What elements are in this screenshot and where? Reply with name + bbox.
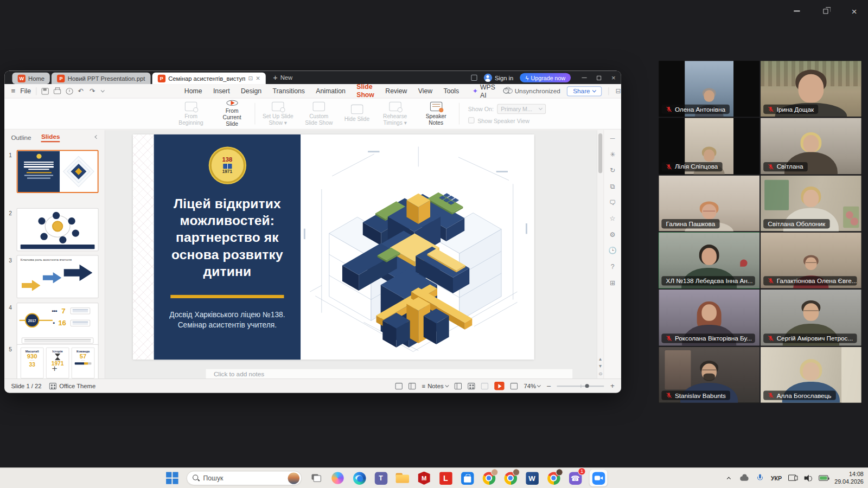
scroll-down-icon[interactable]: ▼ xyxy=(597,363,603,368)
canvas-scrollbar[interactable]: ▲ ▼ ⊙ xyxy=(597,130,603,378)
minimize-icon[interactable] xyxy=(790,5,802,16)
video-tile-11[interactable]: Stanislav Babunts xyxy=(659,346,760,402)
close-icon[interactable]: × xyxy=(611,74,616,81)
video-tile-9[interactable]: Роксолана Вікторівна Бу... xyxy=(659,290,760,345)
menu-tools[interactable]: Tools xyxy=(438,85,464,97)
menu-design[interactable]: Design xyxy=(235,85,267,97)
help-icon[interactable]: ? xyxy=(611,263,615,271)
taskbar-search[interactable]: Пошук xyxy=(187,471,302,485)
zoom-slider[interactable] xyxy=(557,386,604,387)
hamburger-icon[interactable]: ≡ xyxy=(11,87,15,95)
menu-review[interactable]: Review xyxy=(380,85,413,97)
menu-home[interactable]: Home xyxy=(179,85,208,97)
notes-placeholder[interactable]: Click to add notes xyxy=(206,369,573,378)
normal-view-icon[interactable] xyxy=(455,383,462,389)
zoom-out-button[interactable]: − xyxy=(546,382,551,390)
save-icon[interactable] xyxy=(41,88,48,94)
word-button[interactable]: W xyxy=(525,471,539,485)
video-tile-5[interactable]: Галина Пашкова xyxy=(659,175,760,231)
microsoft-store-button[interactable] xyxy=(460,471,475,485)
battery-icon[interactable] xyxy=(819,473,828,483)
show-on-dropdown[interactable]: Primary M... xyxy=(497,104,546,113)
copilot-button[interactable] xyxy=(330,471,345,485)
video-tile-8[interactable]: Галактіонова Олена Євге... xyxy=(761,233,861,288)
mcafee-button[interactable]: M xyxy=(417,471,431,485)
chrome-profile-1-button[interactable] xyxy=(482,471,496,485)
video-tile-12[interactable]: Алла Богославець xyxy=(761,346,861,402)
redo-icon[interactable]: ↷ xyxy=(90,87,96,95)
viber-button[interactable]: ☎ 1 xyxy=(568,471,583,485)
history-icon[interactable]: 🕒 xyxy=(608,247,616,254)
upgrade-now-button[interactable]: ϟ Upgrade now xyxy=(520,73,571,82)
share-button[interactable]: Share xyxy=(567,86,602,96)
speaker-icon[interactable] xyxy=(803,473,813,483)
network-icon[interactable] xyxy=(788,473,797,483)
fit-slide-icon[interactable] xyxy=(510,383,518,389)
video-tile-7[interactable]: ХЛ №138 Лебедєва Інна Ан... xyxy=(659,233,760,288)
slide-thumbnail-2[interactable] xyxy=(17,208,99,252)
from-beginning-button[interactable]: From Beginning xyxy=(170,99,212,129)
video-tile-3[interactable]: Лілія Сліпцова xyxy=(659,118,760,174)
chrome-profile-2-button[interactable] xyxy=(503,471,518,485)
notes-toggle[interactable]: ≡Notes xyxy=(422,383,449,389)
sync-status[interactable]: Unsynchronized xyxy=(503,88,560,94)
beautify-icon[interactable]: ✳ xyxy=(610,151,615,158)
file-menu[interactable]: File xyxy=(20,87,31,95)
clock[interactable]: 14:08 29.04.2026 xyxy=(834,471,864,486)
sign-in-button[interactable]: Sign in xyxy=(484,74,514,82)
ribbon-layout-icon[interactable]: ⊟ xyxy=(616,87,621,95)
edge-button[interactable] xyxy=(352,471,367,485)
undo-icon[interactable]: ↶ xyxy=(78,87,85,95)
tab-outline[interactable]: Outline xyxy=(11,134,31,140)
reading-view-icon[interactable] xyxy=(481,383,488,389)
zoom-app-button-active[interactable] xyxy=(590,470,608,486)
tab-home[interactable]: W Home xyxy=(12,73,50,84)
start-button[interactable] xyxy=(165,471,180,485)
slide-thumbnail-4[interactable]: 2017 ●●● 7 ● 16 xyxy=(17,303,99,346)
minimize-icon[interactable] xyxy=(582,78,587,78)
video-tile-1[interactable]: Олена Антонівна xyxy=(659,61,760,117)
refresh-icon[interactable]: ↻ xyxy=(610,166,615,174)
slide-settings-icon[interactable] xyxy=(395,383,403,389)
menu-insert[interactable]: Insert xyxy=(208,85,235,97)
chrome-profile-3-button[interactable] xyxy=(546,471,561,485)
collapse-icon[interactable]: ─ xyxy=(610,134,615,142)
rehearse-timings-button[interactable]: Rehearse Timings ▾ xyxy=(374,99,416,129)
slide-sorter-icon[interactable] xyxy=(468,383,475,389)
teams-button[interactable]: T xyxy=(374,471,388,485)
set-up-slide-show-button[interactable]: Set Up Slide Show ▾ xyxy=(257,99,298,129)
speaker-notes-button[interactable]: Speaker Notes xyxy=(416,99,457,129)
paste-icon[interactable]: ⧉ xyxy=(610,183,615,190)
slide-canvas[interactable]: 138 1971 Ліцей відкритих можливостей: па… xyxy=(133,134,534,359)
tray-chevron-up-icon[interactable] xyxy=(724,473,733,483)
menu-animation[interactable]: Animation xyxy=(310,85,351,97)
wps-ai-button[interactable]: ✦ WPS AI xyxy=(473,84,495,99)
zoom-level[interactable]: 74% xyxy=(524,383,540,389)
zoom-in-button[interactable]: + xyxy=(610,382,615,390)
microphone-icon[interactable] xyxy=(755,473,764,483)
video-tile-2[interactable]: Ірина Дощак xyxy=(761,61,861,117)
custom-slide-show-button[interactable]: Custom Slide Show xyxy=(298,99,340,129)
menu-transitions[interactable]: Transitions xyxy=(267,85,310,97)
slide-thumbnail-3[interactable]: Ключова роль асистента вчителя xyxy=(17,255,99,298)
l-app-button[interactable]: L xyxy=(438,471,453,485)
presenter-icon[interactable] xyxy=(409,383,416,389)
restore-icon[interactable] xyxy=(819,5,831,16)
settings-icon[interactable]: ⚙ xyxy=(610,231,616,239)
favorites-icon[interactable]: ☆ xyxy=(610,215,616,222)
task-view-button[interactable] xyxy=(309,471,323,485)
scroll-up-icon[interactable]: ▲ xyxy=(597,357,603,362)
tab-slides[interactable]: Slides xyxy=(41,133,60,142)
apps-grid-icon[interactable]: ⊞ xyxy=(610,279,615,286)
history-icon[interactable] xyxy=(66,88,73,94)
video-tile-4[interactable]: Світлана xyxy=(761,118,861,174)
video-tile-10[interactable]: Сергій Амірович Петрос... xyxy=(761,290,861,345)
maximize-icon[interactable] xyxy=(597,75,601,80)
comment-icon[interactable]: 🗨 xyxy=(609,198,616,206)
onedrive-cloud-icon[interactable] xyxy=(740,473,749,483)
slide-thumbnail-1[interactable] xyxy=(17,150,99,194)
from-current-slide-button[interactable]: From Current Slide xyxy=(212,99,253,129)
show-speaker-view-checkbox[interactable] xyxy=(468,117,474,123)
language-indicator[interactable]: УКР xyxy=(771,475,782,481)
theme-indicator[interactable]: Office Theme xyxy=(49,383,95,389)
